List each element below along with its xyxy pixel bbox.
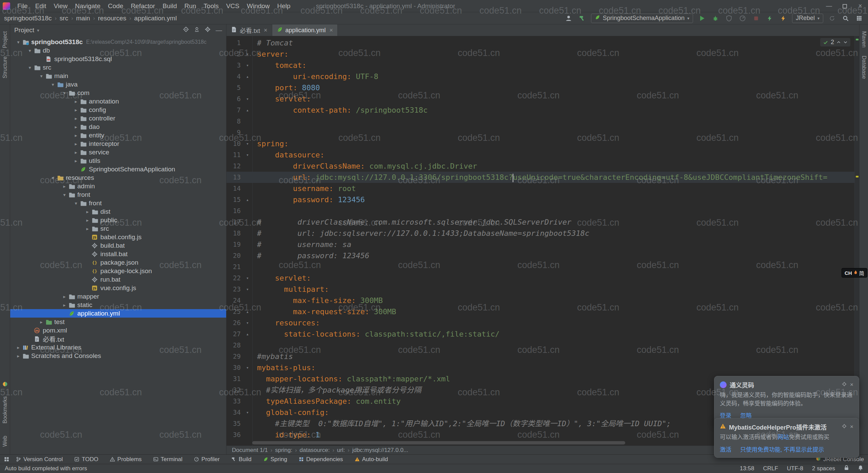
ime-indicator[interactable]: CH 简 bbox=[842, 268, 867, 278]
menu-edit[interactable]: Edit bbox=[32, 0, 50, 12]
tree-chevron-icon[interactable]: ▸ bbox=[83, 226, 92, 231]
coverage-button[interactable] bbox=[724, 14, 734, 23]
editor-line[interactable]: 20# password: 123456 bbox=[226, 250, 859, 261]
menu-code[interactable]: Code bbox=[104, 0, 127, 12]
editor-breadcrumb-item[interactable]: jdbc:mysql://127.0.0... bbox=[352, 447, 408, 454]
editor-line[interactable]: 19# username: sa bbox=[226, 239, 859, 250]
tree-item[interactable]: ▸test bbox=[10, 318, 226, 326]
editor-line[interactable]: 3▾ tomcat: bbox=[226, 60, 859, 71]
tree-chevron-icon[interactable]: ▾ bbox=[72, 201, 80, 206]
tree-item[interactable]: ▸controller bbox=[10, 114, 226, 122]
editor-line[interactable]: 7▴ context-path: /springboot5318c bbox=[226, 105, 859, 116]
jrebel-run-button[interactable] bbox=[765, 14, 774, 23]
jrebel-tool-icon[interactable] bbox=[2, 381, 8, 388]
tree-chevron-icon[interactable]: ▸ bbox=[72, 124, 80, 130]
tree-item[interactable]: ▸entity bbox=[10, 131, 226, 139]
editor-line[interactable]: 23▾ multipart: bbox=[226, 284, 859, 295]
notifications-bell-icon[interactable] bbox=[858, 465, 863, 472]
breadcrumb-item[interactable]: application.yml bbox=[134, 15, 177, 22]
menu-navigate[interactable]: Navigate bbox=[71, 0, 104, 12]
locate-file-button[interactable] bbox=[183, 26, 189, 34]
notification-settings-gear-icon[interactable] bbox=[842, 381, 847, 388]
tool-window-problems[interactable]: Problems bbox=[110, 456, 142, 463]
tree-chevron-icon[interactable]: ▸ bbox=[60, 294, 68, 299]
tool-window-terminal[interactable]: Terminal bbox=[153, 456, 182, 463]
notification-close-icon[interactable]: × bbox=[850, 381, 853, 388]
editor-line[interactable]: 4▴ uri-encoding: UTF-8 bbox=[226, 71, 859, 82]
fold-icon[interactable]: ▴ bbox=[243, 71, 252, 82]
tree-item[interactable]: ▾com bbox=[10, 89, 226, 97]
tool-stripe-project[interactable]: Project bbox=[2, 31, 8, 48]
tree-item[interactable]: ▾front bbox=[10, 190, 226, 199]
editor-line[interactable]: 27▴ static-locations: classpath:static/,… bbox=[226, 328, 859, 340]
menu-help[interactable]: Help bbox=[274, 0, 294, 12]
menu-vcs[interactable]: VCS bbox=[222, 0, 243, 12]
fold-icon[interactable]: ▴ bbox=[243, 105, 252, 116]
tree-item[interactable]: run.bat bbox=[10, 275, 226, 284]
jrebel-select[interactable]: JRebel ▾ bbox=[792, 14, 823, 23]
editor-line[interactable]: 13 url: jdbc:mysql://127.0.0.1:3306/spri… bbox=[226, 172, 859, 183]
editor-line[interactable]: 15▴ password: 123456 bbox=[226, 194, 859, 205]
readonly-lock-icon[interactable] bbox=[844, 465, 849, 472]
tree-chevron-icon[interactable]: ▸ bbox=[14, 345, 22, 350]
collapse-all-button[interactable] bbox=[194, 26, 200, 34]
tree-chevron-icon[interactable]: ▸ bbox=[83, 217, 92, 223]
editor-line[interactable]: 8 bbox=[226, 116, 859, 127]
tree-chevron-icon[interactable]: ▸ bbox=[60, 302, 68, 308]
fold-icon[interactable]: ▾ bbox=[243, 49, 252, 60]
tree-item[interactable]: JSbabel.config.js bbox=[10, 233, 226, 241]
editor-line[interactable]: 16 bbox=[226, 205, 859, 216]
scrollbar-thumb[interactable] bbox=[252, 441, 625, 444]
tree-item[interactable]: ▸admin bbox=[10, 182, 226, 190]
warning-mark[interactable] bbox=[856, 176, 859, 177]
tree-item[interactable]: ▸utils bbox=[10, 156, 226, 165]
menu-tools[interactable]: Tools bbox=[200, 0, 222, 12]
tree-chevron-icon[interactable]: ▾ bbox=[14, 39, 22, 45]
tree-chevron-icon[interactable]: ▾ bbox=[26, 65, 34, 70]
indent-indicator[interactable]: 2 spaces bbox=[812, 465, 835, 472]
tree-item[interactable]: {}package.json bbox=[10, 258, 226, 267]
editor-breadcrumb-item[interactable]: url: bbox=[337, 447, 345, 454]
tree-chevron-icon[interactable]: ▸ bbox=[72, 99, 80, 104]
tool-stripe-bookmarks[interactable]: Bookmarks bbox=[2, 396, 8, 423]
tree-chevron-icon[interactable]: ▸ bbox=[37, 319, 45, 325]
run-configuration-select[interactable]: SpringbootSchemaApplication ▾ bbox=[591, 14, 693, 23]
editor-line[interactable]: 29#mybatis bbox=[226, 351, 859, 362]
menu-window[interactable]: Window bbox=[243, 0, 274, 12]
tree-item[interactable]: ▸static bbox=[10, 301, 226, 309]
fold-icon[interactable]: ▾ bbox=[243, 149, 252, 160]
search-everywhere-button[interactable] bbox=[841, 14, 850, 23]
fold-icon[interactable]: ▾ bbox=[243, 272, 252, 284]
tab-close-icon[interactable]: × bbox=[330, 27, 333, 34]
editor-line[interactable]: 2▾server: bbox=[226, 49, 859, 60]
menu-refactor[interactable]: Refactor bbox=[127, 0, 159, 12]
fold-icon[interactable]: ▾ bbox=[243, 407, 252, 418]
fold-icon[interactable]: ▾ bbox=[243, 60, 252, 71]
project-panel-title[interactable]: Project bbox=[14, 26, 34, 34]
tree-chevron-icon[interactable]: ▸ bbox=[83, 209, 92, 214]
fold-icon[interactable]: ▾ bbox=[243, 93, 252, 105]
breadcrumb-item[interactable]: springboot5318c bbox=[4, 15, 52, 22]
tree-item[interactable]: ▸External Libraries bbox=[10, 343, 226, 352]
tree-chevron-icon[interactable]: ▸ bbox=[60, 184, 68, 189]
editor-line[interactable]: 1# Tomcat bbox=[226, 37, 859, 49]
jrebel-debug-button[interactable] bbox=[778, 14, 788, 23]
editor-line[interactable]: 18# url: jdbc:sqlserver://127.0.0.1:1433… bbox=[226, 228, 859, 239]
hide-panel-button[interactable]: — bbox=[216, 26, 222, 34]
activate-link[interactable]: 激活 bbox=[720, 445, 731, 453]
menu-view[interactable]: View bbox=[50, 0, 71, 12]
tree-item[interactable]: ▸config bbox=[10, 106, 226, 114]
fold-icon[interactable]: ▴ bbox=[243, 194, 252, 205]
tree-item[interactable]: ▾src bbox=[10, 63, 226, 72]
tool-window-version-control[interactable]: Version Control bbox=[16, 456, 63, 463]
tree-chevron-icon[interactable]: ▸ bbox=[72, 107, 80, 113]
free-mode-link[interactable]: 只使用免费功能, 不再显示此提示 bbox=[740, 445, 824, 453]
editor-line[interactable]: 22▾ servlet: bbox=[226, 272, 859, 284]
tree-item[interactable]: JSvue.config.js bbox=[10, 284, 226, 292]
editor-line[interactable]: 9 bbox=[226, 127, 859, 138]
tree-item[interactable]: ▸service bbox=[10, 148, 226, 156]
tree-chevron-icon[interactable]: ▸ bbox=[72, 141, 80, 147]
editor-line[interactable]: 28 bbox=[226, 340, 859, 351]
tool-window-switcher-icon[interactable] bbox=[4, 457, 9, 462]
tool-stripe-maven[interactable]: Maven bbox=[861, 31, 867, 48]
